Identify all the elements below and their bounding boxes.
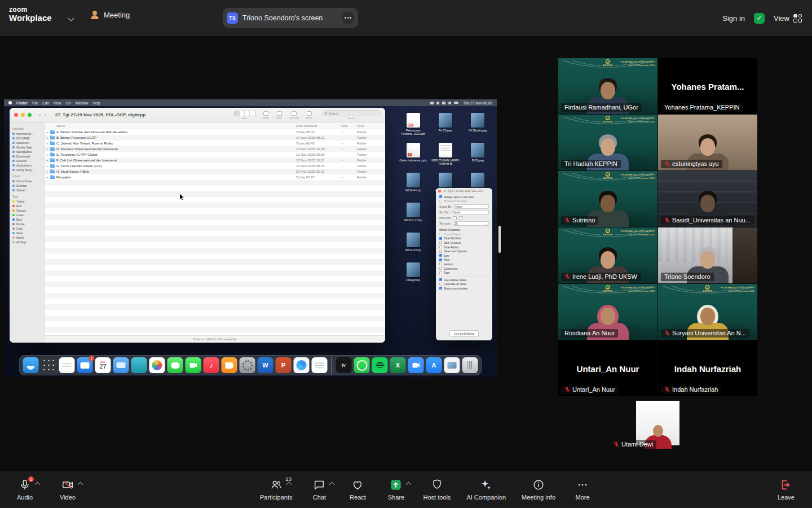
folder-icon bbox=[50, 170, 55, 173]
finder-sidebar-item: Downloads bbox=[11, 154, 42, 159]
participant-count: 13 bbox=[285, 476, 292, 482]
sidebar-item-icon bbox=[12, 164, 15, 167]
disclosure-triangle-icon: ▸ bbox=[45, 130, 50, 134]
sidebar-section-title: Tags bbox=[12, 195, 41, 198]
search-icon bbox=[325, 112, 327, 115]
finder-title-bar: ‹› 27. Tgl 27-29 Nov 2025, EDL-GCP, digi… bbox=[10, 108, 385, 122]
participant-tile[interactable]: KEPPIN PELATIHAN EDL-GCRP-AgTEPP Tgl 27-… bbox=[658, 340, 757, 396]
meeting-info-button[interactable]: Meeting info bbox=[522, 479, 555, 501]
info-icon bbox=[532, 479, 545, 491]
view-button[interactable]: View bbox=[774, 14, 802, 23]
participant-tile[interactable]: KEPPIN PELATIHAN EDL-GCRP-AgTEPP Tgl 27-… bbox=[558, 284, 657, 340]
muted-mic-icon bbox=[664, 330, 670, 336]
video-button[interactable]: Video bbox=[56, 479, 79, 501]
menu-item: File bbox=[32, 101, 38, 105]
icon-size-options bbox=[453, 216, 463, 220]
host-tools-button[interactable]: Host tools bbox=[423, 479, 451, 501]
finder-sidebar-tag: Gray bbox=[11, 226, 42, 231]
file-size: -- bbox=[341, 170, 357, 173]
finder-sidebar-item: trionosoend... bbox=[11, 132, 42, 136]
more-button[interactable]: More bbox=[571, 479, 594, 501]
file-name: Penyajian bbox=[56, 176, 296, 179]
react-button[interactable]: React bbox=[346, 479, 369, 501]
sidebar-item-icon bbox=[12, 185, 15, 187]
utilities-icon bbox=[131, 357, 147, 373]
participant-tile[interactable]: KEPPIN PELATIHAN EDL-GCRP-AgTEPP Tgl 27-… bbox=[558, 227, 657, 283]
participants-menu-chevron[interactable] bbox=[286, 482, 292, 488]
participant-name-label: Triono Soendoro bbox=[661, 273, 714, 281]
participants-button[interactable]: 13 Participants bbox=[260, 479, 292, 501]
participant-tile[interactable]: KEPPIN PELATIHAN EDL-GCRP-AgTEPP Tgl 27-… bbox=[558, 58, 657, 114]
finder-sidebar-item: NanoBubble bbox=[11, 150, 42, 154]
excel-icon: X bbox=[390, 357, 406, 373]
scrollbar[interactable] bbox=[498, 226, 501, 253]
back-forward-buttons: ‹› bbox=[39, 112, 47, 118]
finder-row: ▸ D. Protokol Observasional dan Interven… bbox=[45, 146, 385, 152]
shared-screen-pill[interactable]: TS Triono Soendoro's screen bbox=[223, 8, 358, 28]
shared-screen-title: Triono Soendoro's screen bbox=[242, 14, 337, 22]
tag-color-dot bbox=[12, 223, 15, 225]
sidebar-section-title: Favorites bbox=[12, 128, 41, 130]
participant-name-label: Yohanes Pratama_KEPPIN bbox=[661, 103, 743, 112]
participant-tile[interactable]: KEPPIN PELATIHAN EDL-GCRP-AgTEPP Tgl 27-… bbox=[558, 340, 657, 396]
finder-sidebar-tag: Red bbox=[11, 204, 42, 208]
ai-companion-button[interactable]: AI Companion bbox=[466, 479, 506, 501]
finder-row: ▸ F. Cek List Observasional dan Interven… bbox=[45, 157, 385, 163]
finder-sidebar-item: Shared bbox=[11, 188, 42, 192]
calendar-icon: NOV 27 bbox=[95, 357, 111, 373]
finder-sidebar-item: Mosley Seja... bbox=[11, 145, 42, 150]
column-checkbox: Date Modified bbox=[439, 237, 489, 240]
tab-meeting[interactable]: Meeting bbox=[90, 10, 130, 19]
workspace-dropdown-chevron-icon[interactable] bbox=[68, 15, 74, 21]
finder-search-field: Search Search bbox=[322, 110, 381, 120]
participant-tile[interactable]: KEPPIN PELATIHAN EDL-GCRP-AgTEPP Tgl 27-… bbox=[558, 171, 657, 227]
sidebar-item-icon bbox=[12, 160, 15, 162]
meeting-top-bar: zoom Workplace Meeting TS Triono Soendor… bbox=[0, 0, 812, 36]
close-button bbox=[438, 190, 441, 192]
folder-icon bbox=[50, 136, 55, 139]
participant-tile[interactable]: KEPPIN PELATIHAN EDL-GCRP-AgTEPP Tgl 27-… bbox=[658, 115, 757, 170]
muted-mic-icon bbox=[564, 387, 570, 392]
file-date-modified: 13 Nov 2025 09.59 bbox=[296, 153, 341, 156]
file-date-modified: 23 Feb 2025 05.33 bbox=[296, 170, 341, 173]
column-checkbox: iCloud Status bbox=[439, 233, 489, 236]
finder-column-headers: Name Date Modified Size Kind bbox=[45, 122, 385, 129]
group-by-select: None⌄ bbox=[454, 204, 489, 209]
participant-tile[interactable]: KEPPIN PELATIHAN EDL-GCRP-AgTEPP Tgl 27-… bbox=[658, 284, 757, 340]
chat-menu-chevron[interactable] bbox=[329, 482, 335, 488]
photos-icon bbox=[149, 357, 165, 373]
share-button: Share bbox=[276, 111, 283, 119]
file-size: -- bbox=[341, 153, 357, 156]
view-label: View bbox=[774, 14, 789, 23]
chat-button[interactable]: Chat bbox=[308, 479, 330, 501]
participant-tile[interactable]: KEPPIN PELATIHAN EDL-GCRP-AgTEPP Tgl 27-… bbox=[558, 115, 657, 170]
column-checkbox: Date Created bbox=[439, 241, 489, 244]
tag-color-dot bbox=[12, 214, 15, 216]
participant-name-label: Basidt_Universitas an Nuu... bbox=[661, 216, 754, 225]
disclosure-triangle-icon: ▸ bbox=[45, 136, 50, 139]
audio-button[interactable]: 1 Audio bbox=[14, 479, 36, 501]
participant-name-label: Suryani Universitas An N... bbox=[661, 329, 749, 338]
share-button[interactable]: Share bbox=[385, 479, 407, 501]
audio-menu-chevron[interactable] bbox=[35, 482, 41, 488]
disclosure-triangle-icon: ▸ bbox=[45, 176, 50, 179]
disclosure-triangle-icon: ▸ bbox=[45, 159, 50, 162]
muted-mic-icon bbox=[614, 441, 619, 447]
finder-view-options-panel: 27. Tgl 27-29 Nov 2025, EDL-GCP... Alway… bbox=[436, 188, 492, 340]
finder-sidebar-item: Desktop bbox=[11, 183, 42, 188]
share-menu-chevron[interactable] bbox=[406, 482, 412, 488]
disclosure-triangle-icon: ▸ bbox=[45, 164, 50, 168]
participant-tile[interactable]: Utami Dewi bbox=[636, 401, 679, 445]
sign-in-button[interactable]: Sign in bbox=[722, 14, 745, 23]
finder-row: ▸ B. Bahan Pedoman GCRP 14 Nov 2025 08.2… bbox=[45, 135, 385, 141]
file-kind: Folder bbox=[357, 170, 383, 173]
participant-tile[interactable]: KEPPIN PELATIHAN EDL-GCRP-AgTEPP Tgl 27-… bbox=[658, 171, 757, 227]
meeting-tab-label: Meeting bbox=[104, 11, 130, 19]
participant-tile[interactable]: KEPPIN PELATIHAN EDL-GCRP-AgTEPP Tgl 27-… bbox=[658, 58, 757, 114]
participant-name-label: Sutrisno bbox=[561, 216, 598, 225]
participant-tile[interactable]: KEPPIN PELATIHAN EDL-GCRP-AgTEPP Tgl 27-… bbox=[658, 227, 757, 283]
share-options-icon[interactable] bbox=[342, 12, 354, 24]
leave-button[interactable]: Leave bbox=[775, 479, 797, 501]
menu-app-name: Finder bbox=[16, 101, 28, 105]
security-shield-icon[interactable]: ✓ bbox=[754, 13, 765, 24]
